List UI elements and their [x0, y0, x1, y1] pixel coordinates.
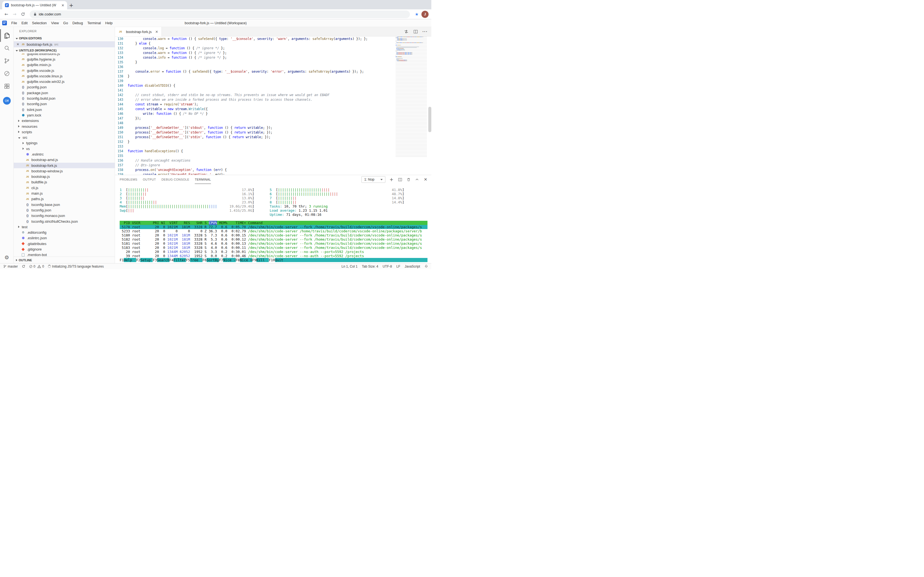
editor-tab[interactable]: JS bootstrap-fork.js ✕ [115, 27, 162, 36]
close-panel-icon[interactable]: ✕ [423, 177, 428, 182]
fkey-label-nice-[interactable]: Nice - [223, 258, 235, 262]
tree-item-package.json[interactable]: {}package.json [14, 90, 115, 95]
more-actions-icon[interactable]: ··· [423, 29, 427, 34]
menu-help[interactable]: Help [103, 20, 115, 26]
activity-source-control-icon[interactable] [0, 55, 13, 67]
tree-item-bootstrap-fork.js[interactable]: JSbootstrap-fork.js [14, 163, 115, 168]
panel-tab-debug-console[interactable]: DEBUG CONSOLE [161, 175, 189, 184]
browser-avatar[interactable]: J [421, 11, 429, 18]
fkey-label-quit[interactable]: Quit [275, 258, 288, 262]
back-button[interactable]: ← [3, 11, 10, 18]
tree-item-tsconfig.json[interactable]: {}tsconfig.json [14, 207, 115, 213]
fkey-label-sortby[interactable]: SortBy [207, 258, 219, 262]
fkey-label-tree[interactable]: Tree [190, 258, 202, 262]
fkey-f2[interactable]: F2 [136, 258, 140, 262]
menu-go[interactable]: Go [61, 20, 70, 26]
tree-item-tsconfig.json[interactable]: {}tsconfig.json [14, 101, 115, 107]
tree-item-.gitignore[interactable]: .gitignore [14, 247, 115, 252]
fkey-label-kill[interactable]: Kill [256, 258, 269, 262]
process-row-5180[interactable]: 5180 root 20 0 1021M 181M 3328 S 7.3 0.6… [120, 233, 427, 237]
forward-button[interactable]: → [11, 11, 18, 18]
split-editor-icon[interactable] [413, 29, 418, 34]
git-branch-item[interactable]: master [3, 264, 18, 268]
app-logo-icon[interactable] [2, 21, 7, 25]
problems-item[interactable]: 0 0 [29, 264, 44, 268]
activity-explorer-icon[interactable] [0, 29, 13, 42]
process-row-5233[interactable]: 5233 root 20 0 0 0 0 Z 36.3 0.0 0:02.79 … [120, 229, 427, 233]
process-row-5182[interactable]: 5182 root 20 0 1021M 181M 3328 R 5.3 0.6… [120, 237, 427, 242]
settings-gear-icon[interactable]: ⚙ [5, 255, 9, 260]
encoding-indicator[interactable]: UTF-8 [382, 264, 392, 268]
menu-file[interactable]: File [9, 20, 19, 26]
cursor-position[interactable]: Ln 1, Col 1 [342, 264, 358, 268]
tree-item-.mention-bot[interactable]: .mention-bot [14, 252, 115, 256]
fkey-f7[interactable]: F7 [219, 258, 223, 262]
outline-header[interactable]: OUTLINE [14, 256, 115, 263]
fkey-label-search[interactable]: Search [157, 258, 169, 262]
fkey-f1[interactable]: F1 [120, 258, 124, 262]
close-editor-icon[interactable]: ✕ [16, 42, 21, 46]
minimap[interactable] [395, 37, 427, 175]
fkey-f10[interactable]: F10 [269, 258, 275, 262]
menu-selection[interactable]: Selection [30, 20, 49, 26]
tree-item-buildfile.js[interactable]: JSbuildfile.js [14, 179, 115, 185]
process-row-5181[interactable]: 5181 root 20 0 1021M 181M 3328 S 4.6 0.6… [120, 242, 427, 245]
code-editor[interactable]: 130 console.warn = function () { safeSen… [115, 37, 431, 175]
fkey-label-help[interactable]: Help [124, 258, 136, 262]
activity-search-icon[interactable] [0, 42, 13, 55]
eol-indicator[interactable]: LF [396, 264, 400, 268]
process-row-5183[interactable]: 5183 root 20 0 1021M 181M 3328 S 4.0 0.6… [120, 245, 427, 250]
bookmark-star-icon[interactable]: ★ [413, 12, 420, 17]
code-area[interactable]: 130 console.warn = function () { safeSen… [115, 37, 393, 175]
tree-item-bootstrap.js[interactable]: JSbootstrap.js [14, 174, 115, 179]
tree-item-typings[interactable]: typings [14, 140, 115, 146]
new-terminal-icon[interactable]: + [389, 177, 394, 182]
editor-scrollbar[interactable] [428, 107, 431, 132]
tree-item-src[interactable]: src [14, 135, 115, 140]
new-tab-button[interactable]: + [67, 2, 76, 9]
tree-item-gulpfile.vscode.js[interactable]: JSgulpfile.vscode.js [14, 68, 115, 73]
tree-item-jsconfig.json[interactable]: {}jsconfig.json [14, 84, 115, 90]
tree-item-vs[interactable]: vs [14, 146, 115, 152]
editor-tab-close-icon[interactable]: ✕ [155, 30, 158, 34]
tree-item-tsconfig.monaco.json[interactable]: {}tsconfig.monaco.json [14, 213, 115, 219]
terminal[interactable]: 1 [|||||||||| 17.8%]2 [||||||||| 16.1%]3… [115, 184, 431, 263]
fkey-f4[interactable]: F4 [169, 258, 174, 262]
process-row-5178[interactable]: 5178 root 20 0 1021M 181M 3328 R 72.7 0.… [120, 225, 427, 229]
tree-item-tsconfig.build.json[interactable]: {}tsconfig.build.json [14, 95, 115, 101]
open-editor-item[interactable]: ✕ JS bootstrap-fork.js src [14, 41, 115, 47]
tree-item-cli.js[interactable]: JScli.js [14, 185, 115, 190]
tree-item-resources[interactable]: resources [14, 124, 115, 129]
open-editors-header[interactable]: OPEN EDITORS [14, 35, 115, 41]
address-bar[interactable]: ide.coder.com [30, 10, 410, 18]
tree-item-gulpfile.mixin.js[interactable]: JSgulpfile.mixin.js [14, 62, 115, 68]
tree-item-gulpfile.vscode.win32.js[interactable]: JSgulpfile.vscode.win32.js [14, 79, 115, 84]
browser-tab[interactable]: bootstrap-fork.js — Untitled (W ✕ [2, 1, 67, 10]
panel-tab-problems[interactable]: PROBLEMS [120, 175, 137, 184]
tree-item-.gitattributes[interactable]: .gitattributes [14, 241, 115, 247]
reload-button[interactable] [19, 11, 26, 18]
tree-item-tslint.json[interactable]: {}tslint.json [14, 107, 115, 112]
panel-tab-output[interactable]: OUTPUT [143, 175, 156, 184]
sync-icon[interactable] [22, 264, 25, 268]
process-row-20[interactable]: 20 root 20 0 1344M 62052 1952 S 3.3 0.2 … [120, 250, 427, 254]
activity-extensions-icon[interactable] [0, 80, 13, 92]
offline-toggle-badge[interactable]: Off [3, 97, 11, 105]
tree-item-scripts[interactable]: scripts [14, 129, 115, 135]
process-row-39[interactable]: 39 root 20 0 1344M 62052 1952 S 0.0 0.2 … [120, 254, 427, 258]
tree-item-gulpfile.hygiene.js[interactable]: JSgulpfile.hygiene.js [14, 56, 115, 62]
tree-item-yarn.lock[interactable]: yarn.lock [14, 112, 115, 118]
process-table-header[interactable]: PID USER PRI NI VIRT RES SHR S CPU% MEM%… [120, 221, 427, 225]
workspace-header[interactable]: UNTITLED (WORKSPACE) [14, 47, 115, 53]
fkey-label-nice+[interactable]: Nice + [240, 258, 252, 262]
fkey-f5[interactable]: F5 [186, 258, 190, 262]
tree-item-.eslintrc[interactable]: .eslintrc [14, 152, 115, 157]
tree-item-paths.js[interactable]: JSpaths.js [14, 196, 115, 202]
maximize-panel-icon[interactable] [415, 177, 419, 182]
panel-tab-terminal[interactable]: TERMINAL [195, 175, 211, 184]
tree-item-bootstrap-amd.js[interactable]: JSbootstrap-amd.js [14, 157, 115, 163]
tree-item-extensions[interactable]: extensions [14, 118, 115, 124]
tree-item-main.js[interactable]: JSmain.js [14, 190, 115, 196]
menu-view[interactable]: View [49, 20, 61, 26]
tree-item-gulpfile.extensions.js[interactable]: JSgulpfile.extensions.js [14, 53, 115, 56]
